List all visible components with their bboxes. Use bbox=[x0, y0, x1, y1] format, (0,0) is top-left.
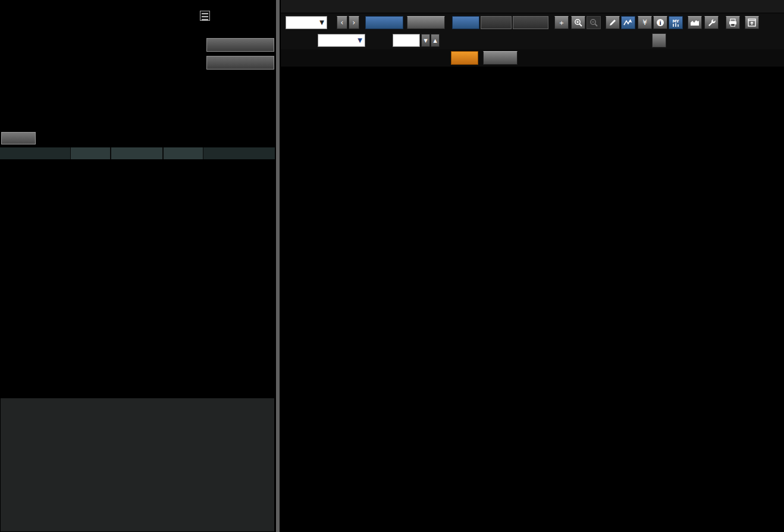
technical-button[interactable] bbox=[407, 16, 445, 29]
trendline-icon[interactable] bbox=[621, 16, 635, 29]
chart-panel: ▼ ‹ › ＋ ¥ i MY bbox=[281, 0, 784, 532]
svg-text:i: i bbox=[659, 20, 661, 26]
info-icon[interactable]: i bbox=[653, 16, 667, 29]
chart-toolbar: ▼ ‹ › ＋ ¥ i MY bbox=[281, 14, 784, 32]
prev-button[interactable]: ‹ bbox=[337, 16, 347, 29]
quote-panel bbox=[0, 0, 275, 532]
spin-up-icon[interactable]: ▲ bbox=[431, 34, 440, 47]
undo-icon[interactable] bbox=[652, 33, 666, 48]
popout-window-icon[interactable] bbox=[745, 16, 759, 29]
trade-caution-button[interactable] bbox=[206, 38, 274, 52]
indexed-mode-button[interactable] bbox=[481, 16, 512, 29]
left-panel-filler bbox=[0, 398, 275, 532]
zoom-out-icon[interactable] bbox=[587, 16, 601, 29]
register-preset-button[interactable] bbox=[483, 51, 518, 65]
settings-wrench-icon[interactable] bbox=[704, 16, 719, 29]
next-button[interactable]: › bbox=[349, 16, 359, 29]
chevron-down-icon: ▼ bbox=[319, 17, 324, 29]
svg-text:MY: MY bbox=[672, 19, 679, 24]
header-sell-qty bbox=[70, 147, 111, 159]
print-icon[interactable] bbox=[726, 16, 740, 29]
trading-app-window: { "quote": { "code": "3099", "name": "三越… bbox=[0, 0, 784, 532]
order-book-header bbox=[0, 147, 275, 159]
chart-area[interactable] bbox=[281, 67, 784, 532]
period-settings-row: ▼ ▼ ▲ bbox=[281, 32, 784, 49]
chart-preset-row bbox=[281, 49, 784, 67]
bars-mode-select[interactable]: ▼ bbox=[318, 34, 365, 47]
edit-button[interactable] bbox=[451, 51, 478, 65]
chart-tab-bar bbox=[281, 0, 784, 14]
order-book bbox=[0, 147, 275, 159]
composite-board-button[interactable] bbox=[1, 132, 36, 144]
chevron-down-icon: ▼ bbox=[357, 34, 362, 46]
panel-divider[interactable] bbox=[275, 0, 281, 532]
yen-icon[interactable]: ¥ bbox=[638, 16, 652, 29]
register-symbol-button[interactable] bbox=[206, 56, 274, 70]
normal-mode-button[interactable] bbox=[452, 16, 479, 29]
spread-mode-button[interactable] bbox=[513, 16, 548, 29]
draw-pencil-icon[interactable] bbox=[606, 16, 620, 29]
header-buy-qty bbox=[163, 147, 203, 159]
header-price bbox=[111, 147, 163, 159]
area-chart-icon[interactable] bbox=[688, 16, 702, 29]
my-chart-icon[interactable]: MY bbox=[669, 16, 683, 29]
add-plus-icon[interactable]: ＋ bbox=[554, 16, 569, 29]
list-icon bbox=[200, 11, 210, 21]
display-period-button[interactable] bbox=[365, 16, 403, 29]
bars-count-input[interactable] bbox=[393, 34, 420, 47]
spin-down-icon[interactable]: ▼ bbox=[421, 34, 430, 47]
zoom-in-icon[interactable] bbox=[571, 16, 585, 29]
timeframe-select[interactable]: ▼ bbox=[286, 16, 327, 29]
